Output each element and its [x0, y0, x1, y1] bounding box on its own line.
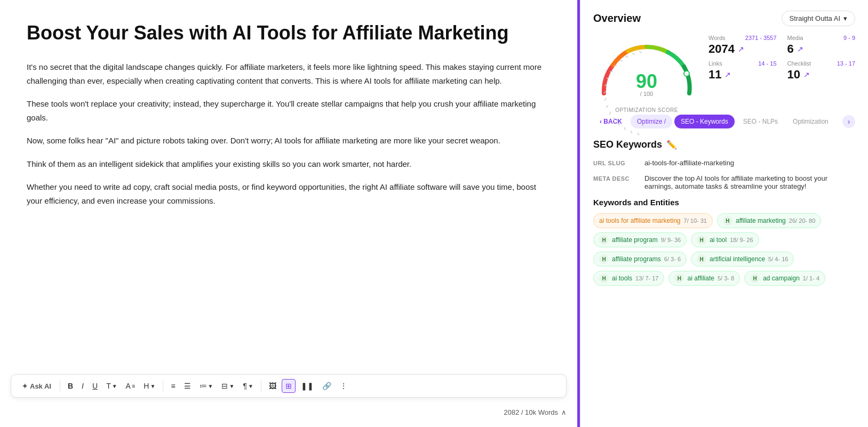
- tab-navigation: ‹ BACK Optimize / SEO - Keywords SEO - N…: [593, 115, 855, 128]
- keyword-stats: 5/ 4- 16: [768, 256, 788, 262]
- checklist-value: 10: [787, 68, 800, 82]
- paragraph-3: Now, some folks hear "AI" and picture ro…: [27, 134, 551, 148]
- paragraph-1: It's no secret that the digital landscap…: [27, 60, 551, 87]
- keyword-chip[interactable]: Haffiliate marketing26/ 20- 80: [717, 213, 821, 228]
- toolbar-separator-3: [261, 381, 261, 391]
- media-label: Media: [787, 35, 803, 41]
- keyword-chip[interactable]: Hai tools13/ 7- 17: [593, 271, 664, 286]
- word-count-bar: 2082 / 10k Words ∧: [504, 408, 567, 416]
- keyword-chip[interactable]: Haffiliate programs6/ 3- 6: [593, 252, 687, 267]
- text-style-button[interactable]: T ▼: [103, 380, 120, 392]
- keyword-stats: 13/ 7- 17: [635, 275, 658, 281]
- paragraph-2: These tools won't replace your creativit…: [27, 97, 551, 124]
- seo-keywords-title: SEO Keywords: [593, 139, 662, 150]
- checklist-stat: Checklist 13 - 17 10 ↗: [787, 60, 856, 82]
- keyword-text: artificial intelligence: [710, 255, 765, 263]
- bold-button[interactable]: B: [65, 380, 76, 392]
- gauge-denom-text: / 100: [640, 91, 653, 97]
- svg-line-15: [632, 52, 635, 55]
- article-title: Boost Your Sales with AI Tools for Affil…: [27, 21, 551, 44]
- keyword-chip[interactable]: Hartificial intelligence5/ 4- 16: [691, 252, 794, 267]
- keyword-text: affiliate programs: [612, 255, 661, 263]
- align-left-button[interactable]: ≡: [168, 380, 178, 392]
- keyword-chip[interactable]: Hai tool18/ 9- 26: [691, 232, 759, 247]
- meta-desc-label: META DESC: [593, 174, 636, 182]
- keyword-text: ai tools: [612, 275, 632, 282]
- tab-seo-keywords-button[interactable]: SEO - Keywords: [674, 115, 735, 128]
- svg-line-14: [625, 55, 628, 58]
- media-value: 6: [787, 42, 794, 56]
- gauge-container: 90 / 100 OPTIMIZATION SCORE: [593, 35, 700, 104]
- keyword-text: affiliate marketing: [736, 217, 786, 224]
- words-stat: Words 2371 - 3557 2074 ↗: [708, 35, 777, 56]
- links-value: 11: [708, 68, 721, 82]
- word-count: 2082 / 10k Words: [504, 408, 558, 416]
- words-label: Words: [708, 35, 726, 41]
- keyword-stats: 26/ 20- 80: [789, 217, 816, 224]
- keyword-chip[interactable]: Haffiliate program9/ 9- 36: [593, 232, 687, 247]
- toolbar-separator-1: [60, 381, 60, 391]
- paragraph-button[interactable]: ¶ ▼: [240, 380, 256, 392]
- tab-nav-next-button[interactable]: ›: [842, 115, 855, 128]
- keywords-grid: ai tools for affiliate marketing7/ 10- 3…: [593, 213, 855, 286]
- more-options-button[interactable]: ⋮: [337, 380, 351, 392]
- links-stat: Links 14 - 15 11 ↗: [708, 60, 777, 82]
- links-arrow-icon: ↗: [724, 70, 731, 79]
- keyword-text: ad campaign: [763, 275, 800, 282]
- italic-button[interactable]: I: [78, 380, 87, 392]
- checklist-label: Checklist: [787, 60, 811, 67]
- keyword-stats: 7/ 10- 31: [684, 217, 707, 224]
- collapse-icon[interactable]: ∧: [561, 408, 567, 416]
- gauge-score-text: 90: [636, 70, 657, 92]
- heading-button[interactable]: H ▼: [140, 380, 158, 392]
- keyword-text: ai tool: [710, 236, 727, 244]
- keyword-text: ai affiliate: [687, 275, 714, 282]
- words-value: 2074: [708, 42, 735, 56]
- svg-line-0: [637, 133, 640, 135]
- media-range: 9 - 9: [843, 35, 855, 41]
- keyword-chip[interactable]: Hai affiliate5/ 3- 8: [668, 271, 740, 286]
- tab-optimize-button[interactable]: Optimize /: [631, 115, 672, 128]
- score-gauge: 90 / 100: [593, 35, 700, 104]
- keyword-chip[interactable]: ai tools for affiliate marketing7/ 10- 3…: [593, 213, 713, 228]
- ask-ai-button[interactable]: ✦ Ask AI: [18, 380, 55, 392]
- stat-boxes: Words 2371 - 3557 2074 ↗ Media 9 - 9 6 ↗: [708, 35, 855, 82]
- overview-header: Overview Straight Outta AI ▾: [593, 11, 855, 26]
- underline-button[interactable]: U: [89, 380, 101, 392]
- tab-seo-nlps-button[interactable]: SEO - NLPs: [737, 115, 784, 128]
- dropdown-label: Straight Outta AI: [790, 14, 840, 22]
- unordered-list-button[interactable]: ⊟ ▼: [218, 380, 237, 392]
- ordered-list-button[interactable]: ≔ ▼: [196, 380, 217, 392]
- media-arrow-icon: ↗: [797, 45, 803, 53]
- media-stat: Media 9 - 9 6 ↗: [787, 35, 856, 56]
- keyword-text: affiliate program: [612, 236, 658, 244]
- editor-panel: Boost Your Sales with AI Tools for Affil…: [0, 0, 577, 427]
- chevron-down-icon: ▾: [843, 14, 847, 22]
- keyword-stats: 1/ 1- 4: [803, 275, 819, 281]
- url-slug-value: ai-tools-for-affiliate-marketing: [644, 159, 855, 167]
- words-range: 2371 - 3557: [745, 35, 777, 41]
- meta-desc-value: Discover the top AI tools for affiliate …: [644, 174, 855, 190]
- gauge-label: OPTIMIZATION SCORE: [593, 107, 700, 113]
- tab-optimization-button[interactable]: Optimization: [786, 115, 835, 128]
- text-columns-button[interactable]: ❚❚: [298, 380, 317, 392]
- meta-desc-row: META DESC Discover the top AI tools for …: [593, 174, 855, 190]
- gauge-needle-dot: [684, 71, 689, 76]
- svg-line-16: [639, 51, 642, 54]
- add-button[interactable]: ⊞: [282, 379, 296, 393]
- svg-line-7: [604, 98, 607, 101]
- keyword-stats: 6/ 3- 6: [664, 256, 681, 262]
- edit-icon[interactable]: ✏️: [666, 140, 677, 150]
- stats-section: 90 / 100 OPTIMIZATION SCORE Words 2371 -…: [593, 35, 855, 104]
- keywords-section-title: Keywords and Entities: [593, 198, 855, 207]
- image-button[interactable]: 🖼: [266, 380, 280, 392]
- keyword-chip[interactable]: Had campaign1/ 1- 4: [744, 271, 825, 286]
- url-slug-label: URL SLUG: [593, 159, 636, 166]
- template-dropdown[interactable]: Straight Outta AI ▾: [782, 11, 855, 26]
- checklist-arrow-icon: ↗: [803, 70, 810, 79]
- link-button[interactable]: 🔗: [319, 380, 335, 392]
- font-size-button[interactable]: A≡: [123, 380, 139, 392]
- align-center-button[interactable]: ☰: [181, 380, 194, 392]
- article-content[interactable]: It's no secret that the digital landscap…: [27, 60, 551, 427]
- tab-back-button[interactable]: ‹ BACK: [593, 115, 628, 128]
